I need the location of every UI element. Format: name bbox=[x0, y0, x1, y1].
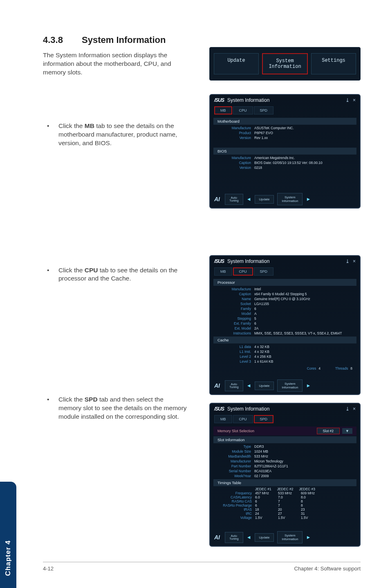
tab-mb[interactable]: MB bbox=[214, 267, 232, 276]
chapter-sidebar: Chapter 4 bbox=[0, 482, 16, 588]
info-row: MaxBandwidth533 MHz bbox=[210, 454, 360, 459]
arrow-right-icon[interactable]: ► bbox=[306, 383, 311, 388]
timing-header: JEDEC #1 bbox=[255, 487, 271, 491]
timing-cell: 24 bbox=[255, 512, 278, 516]
tab-cpu[interactable]: CPU bbox=[233, 106, 253, 114]
timing-cell: 1.5V bbox=[278, 516, 301, 520]
info-key: Caption bbox=[217, 292, 254, 296]
nav-auto-tuning[interactable]: Auto Tuning bbox=[225, 532, 243, 543]
cores-label: Cores bbox=[307, 366, 316, 370]
pin-icon[interactable]: ⤓ bbox=[345, 258, 350, 264]
bullet-spd: Click the SPD tab and then select the me… bbox=[43, 395, 188, 421]
pin-icon[interactable]: ⤓ bbox=[345, 406, 350, 412]
tab-system-information[interactable]: System Information bbox=[262, 53, 308, 74]
timing-cell: 1.5V bbox=[301, 516, 324, 520]
bullet-mb: Click the MB tab to see the details on t… bbox=[43, 122, 188, 148]
info-value: 6 bbox=[254, 321, 256, 325]
timing-row: tRAS182023 bbox=[210, 507, 360, 512]
tab-cpu[interactable]: CPU bbox=[233, 415, 253, 423]
timing-cell: 6 bbox=[255, 499, 278, 503]
info-row: VersionRev 1.xx bbox=[210, 135, 360, 140]
memory-slot-selection-label: Memory Slot Selection bbox=[217, 429, 254, 433]
info-value: LGA1155 bbox=[254, 302, 269, 306]
info-row: ModelA bbox=[210, 311, 360, 316]
nav-update[interactable]: Update bbox=[255, 533, 274, 542]
section-cache: Cache bbox=[213, 337, 356, 343]
info-row: Part Number8JTF12864AZ-1G1F1 bbox=[210, 464, 360, 469]
timing-row: CAS#Latency6.07.08.0 bbox=[210, 495, 360, 499]
timing-cell: 23 bbox=[301, 507, 324, 512]
info-key: Instructions bbox=[217, 331, 254, 335]
chevron-down-icon[interactable]: ▼ bbox=[342, 428, 352, 434]
info-value: 2A bbox=[254, 326, 258, 330]
timing-key: CAS#Latency bbox=[217, 495, 255, 499]
arrow-left-icon[interactable]: ◄ bbox=[247, 534, 251, 540]
nav-sysinfo[interactable]: System Information bbox=[277, 193, 303, 205]
arrow-left-icon[interactable]: ◄ bbox=[247, 196, 251, 202]
close-icon[interactable]: × bbox=[353, 406, 356, 412]
tab-settings[interactable]: Settings bbox=[311, 53, 356, 74]
section-bios: BIOS bbox=[213, 148, 356, 155]
close-icon[interactable]: × bbox=[353, 97, 356, 103]
timing-cell: 7 bbox=[278, 499, 301, 503]
timing-row: Frequency457 MHz533 MHz609 MHz bbox=[210, 491, 360, 495]
info-key: Manufacture bbox=[217, 287, 254, 291]
arrow-right-icon[interactable]: ► bbox=[306, 196, 311, 202]
arrow-left-icon[interactable]: ◄ bbox=[247, 383, 251, 388]
footer-chapter: Chapter 4: Software support bbox=[294, 566, 361, 572]
info-row: Module Size1024 MB bbox=[210, 449, 360, 454]
bullet-cpu: Click the CPU tab to see the details on … bbox=[43, 266, 188, 283]
nav-sysinfo[interactable]: System Information bbox=[277, 531, 303, 543]
info-row: Family6 bbox=[210, 306, 360, 311]
nav-auto-tuning[interactable]: Auto Tuning bbox=[225, 380, 243, 391]
info-key: Module Size bbox=[217, 449, 254, 453]
info-row: SocketLGA1155 bbox=[210, 301, 360, 306]
timing-cell: 1.5V bbox=[255, 516, 278, 520]
timing-key: RAS#to CAS bbox=[217, 499, 255, 503]
ai-logo-icon: AI bbox=[214, 382, 220, 389]
window-title: System Information bbox=[227, 258, 269, 264]
tab-update[interactable]: Update bbox=[214, 53, 259, 74]
info-value: A bbox=[254, 312, 257, 316]
asus-logo: /SUS bbox=[214, 406, 224, 412]
section-timings: Timings Table bbox=[213, 479, 356, 486]
chapter-label: Chapter 4 bbox=[4, 540, 12, 576]
info-row: ManufactureIntel bbox=[210, 287, 360, 292]
nav-update[interactable]: Update bbox=[255, 382, 274, 390]
memory-slot-dropdown[interactable]: Slot #2 bbox=[317, 428, 340, 434]
info-row: TypeDDR3 bbox=[210, 444, 360, 449]
timing-cell: 609 MHz bbox=[301, 491, 324, 495]
tab-spd[interactable]: SPD bbox=[254, 415, 274, 423]
tab-mb[interactable]: MB bbox=[214, 106, 232, 114]
info-key: Name bbox=[217, 297, 254, 301]
tab-spd[interactable]: SPD bbox=[254, 106, 274, 114]
nav-auto-tuning[interactable]: Auto Tuning bbox=[225, 194, 243, 205]
info-value: 02 / 2009 bbox=[254, 474, 269, 478]
timing-key: tRC bbox=[217, 512, 255, 516]
nav-sysinfo[interactable]: System Information bbox=[277, 379, 303, 392]
info-key: Model bbox=[217, 312, 254, 316]
info-row: L1 data4 x 32 KB bbox=[210, 344, 360, 349]
timing-row: RAS#to Precharge678 bbox=[210, 503, 360, 507]
info-key: Week/Year bbox=[217, 474, 254, 478]
info-row: Serial Number8CA019EA bbox=[210, 469, 360, 474]
tab-mb[interactable]: MB bbox=[214, 415, 232, 423]
close-icon[interactable]: × bbox=[353, 258, 356, 264]
info-key: Product bbox=[217, 131, 254, 135]
heading-number: 4.3.8 bbox=[43, 35, 63, 45]
nav-update[interactable]: Update bbox=[255, 195, 274, 204]
tab-cpu[interactable]: CPU bbox=[233, 267, 253, 276]
tab-spd[interactable]: SPD bbox=[254, 267, 274, 276]
info-row: Level 31 x 6144 KB bbox=[210, 359, 360, 364]
info-row: Version0218 bbox=[210, 165, 360, 170]
timing-key: tRAS bbox=[217, 507, 255, 512]
info-row: Stepping5 bbox=[210, 316, 360, 321]
info-key: MaxBandwidth bbox=[217, 454, 254, 458]
info-row: Level 24 x 256 KB bbox=[210, 354, 360, 359]
info-value: ASUSTeK Computer INC. bbox=[254, 126, 294, 130]
info-key: Version bbox=[217, 166, 254, 170]
pin-icon[interactable]: ⤓ bbox=[345, 97, 350, 103]
info-key: Level 2 bbox=[217, 355, 254, 359]
arrow-right-icon[interactable]: ► bbox=[306, 534, 311, 540]
info-key: Ext. Family bbox=[217, 321, 254, 325]
